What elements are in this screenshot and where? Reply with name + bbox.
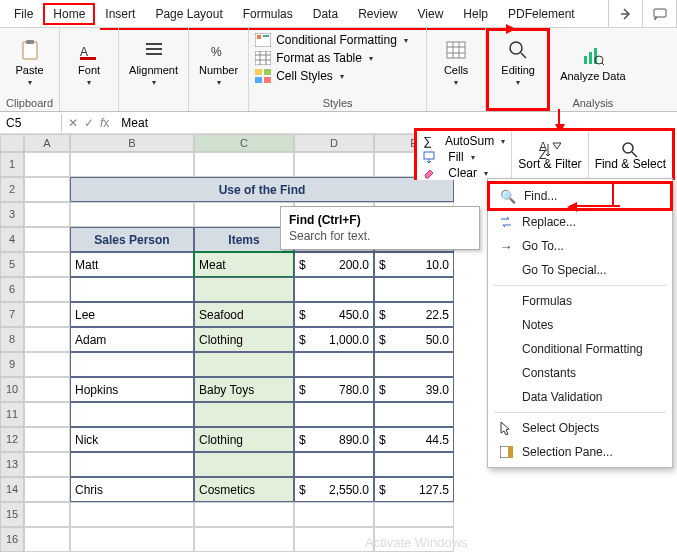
table-cell[interactable] — [70, 402, 194, 427]
cell[interactable] — [24, 327, 70, 352]
menu-constants[interactable]: Constants — [488, 361, 672, 385]
cell[interactable] — [24, 302, 70, 327]
cell[interactable] — [194, 202, 294, 227]
cell-styles-button[interactable]: Cell Styles▾ — [255, 69, 408, 83]
tab-help[interactable]: Help — [453, 3, 498, 25]
cell[interactable] — [70, 502, 194, 527]
row-header[interactable]: 12 — [0, 427, 24, 452]
table-header[interactable]: Sales Person — [70, 227, 194, 252]
tab-formulas[interactable]: Formulas — [233, 3, 303, 25]
row-header[interactable]: 6 — [0, 277, 24, 302]
cell[interactable] — [24, 502, 70, 527]
table-cell[interactable] — [194, 352, 294, 377]
cancel-icon[interactable]: ✕ — [68, 116, 78, 130]
tab-insert[interactable]: Insert — [95, 3, 145, 25]
cell[interactable] — [24, 427, 70, 452]
cell[interactable] — [24, 452, 70, 477]
table-cell[interactable]: $10.0 — [374, 252, 454, 277]
table-cell[interactable]: $450.0 — [294, 302, 374, 327]
cell[interactable] — [24, 252, 70, 277]
row-header[interactable]: 10 — [0, 377, 24, 402]
table-cell[interactable]: Lee — [70, 302, 194, 327]
menu-goto-special[interactable]: Go To Special... — [488, 258, 672, 282]
editing-button[interactable]: Editing ▾ — [495, 33, 541, 94]
table-cell[interactable]: Clothing — [194, 327, 294, 352]
col-header-b[interactable]: B — [70, 134, 194, 152]
title-cell[interactable]: Use of the Find — [70, 177, 454, 202]
cell[interactable] — [70, 527, 194, 552]
fx-icon[interactable]: fx — [100, 116, 109, 130]
enter-icon[interactable]: ✓ — [84, 116, 94, 130]
tab-pdfelement[interactable]: PDFelement — [498, 3, 585, 25]
tab-view[interactable]: View — [408, 3, 454, 25]
cell[interactable] — [24, 177, 70, 202]
table-cell[interactable]: $50.0 — [374, 327, 454, 352]
cell[interactable] — [194, 527, 294, 552]
row-header[interactable]: 4 — [0, 227, 24, 252]
menu-goto[interactable]: →Go To... — [488, 234, 672, 258]
table-cell[interactable]: $39.0 — [374, 377, 454, 402]
table-cell[interactable]: Hopkins — [70, 377, 194, 402]
row-header[interactable]: 7 — [0, 302, 24, 327]
number-button[interactable]: % Number ▾ — [195, 30, 242, 96]
tab-file[interactable]: File — [4, 3, 43, 25]
tab-data[interactable]: Data — [303, 3, 348, 25]
select-all-corner[interactable] — [0, 134, 24, 152]
menu-replace[interactable]: Replace... — [488, 210, 672, 234]
name-box[interactable]: C5 — [0, 114, 62, 132]
sort-filter-button[interactable]: AZ Sort & Filter — [512, 131, 588, 180]
table-cell[interactable]: Matt — [70, 252, 194, 277]
row-header[interactable]: 13 — [0, 452, 24, 477]
table-cell[interactable]: $22.5 — [374, 302, 454, 327]
cell[interactable] — [70, 202, 194, 227]
table-cell[interactable]: Seafood — [194, 302, 294, 327]
row-header[interactable]: 16 — [0, 527, 24, 552]
table-header[interactable]: Items — [194, 227, 294, 252]
autosum-button[interactable]: ∑ AutoSum ▾ — [423, 134, 505, 148]
row-header[interactable]: 14 — [0, 477, 24, 502]
tab-home[interactable]: Home — [43, 3, 95, 25]
table-cell[interactable] — [70, 352, 194, 377]
format-as-table-button[interactable]: Format as Table▾ — [255, 51, 408, 65]
table-cell[interactable] — [374, 277, 454, 302]
cells-button[interactable]: Cells ▾ — [433, 30, 479, 96]
table-cell[interactable] — [194, 452, 294, 477]
row-header[interactable]: 11 — [0, 402, 24, 427]
col-header-c[interactable]: C — [194, 134, 294, 152]
table-cell[interactable]: $780.0 — [294, 377, 374, 402]
table-cell[interactable]: $200.0 — [294, 252, 374, 277]
row-header[interactable]: 2 — [0, 177, 24, 202]
cell[interactable] — [24, 377, 70, 402]
table-cell[interactable]: $890.0 — [294, 427, 374, 452]
cell[interactable] — [24, 477, 70, 502]
table-cell[interactable]: $127.5 — [374, 477, 454, 502]
menu-selection-pane[interactable]: Selection Pane... — [488, 440, 672, 464]
table-cell[interactable] — [294, 402, 374, 427]
tab-page-layout[interactable]: Page Layout — [145, 3, 232, 25]
tab-review[interactable]: Review — [348, 3, 407, 25]
table-cell[interactable] — [294, 452, 374, 477]
cell[interactable] — [24, 277, 70, 302]
analyze-data-button[interactable]: Analyze Data — [556, 30, 629, 96]
row-header[interactable]: 15 — [0, 502, 24, 527]
cell[interactable] — [24, 152, 70, 177]
row-header[interactable]: 8 — [0, 327, 24, 352]
cell[interactable] — [24, 352, 70, 377]
menu-notes[interactable]: Notes — [488, 313, 672, 337]
cell[interactable] — [374, 502, 454, 527]
table-cell[interactable]: Adam — [70, 327, 194, 352]
table-cell[interactable]: $1,000.0 — [294, 327, 374, 352]
alignment-button[interactable]: Alignment ▾ — [125, 30, 182, 96]
table-cell[interactable]: $2,550.0 — [294, 477, 374, 502]
table-cell[interactable]: Baby Toys — [194, 377, 294, 402]
menu-select-objects[interactable]: Select Objects — [488, 416, 672, 440]
paste-button[interactable]: Paste ▾ — [7, 30, 53, 96]
table-cell[interactable]: Meat — [194, 252, 294, 277]
cell[interactable] — [294, 527, 374, 552]
table-cell[interactable] — [194, 277, 294, 302]
cell[interactable] — [24, 227, 70, 252]
cell[interactable] — [24, 527, 70, 552]
table-cell[interactable]: $44.5 — [374, 427, 454, 452]
table-cell[interactable] — [374, 452, 454, 477]
col-header-a[interactable]: A — [24, 134, 70, 152]
